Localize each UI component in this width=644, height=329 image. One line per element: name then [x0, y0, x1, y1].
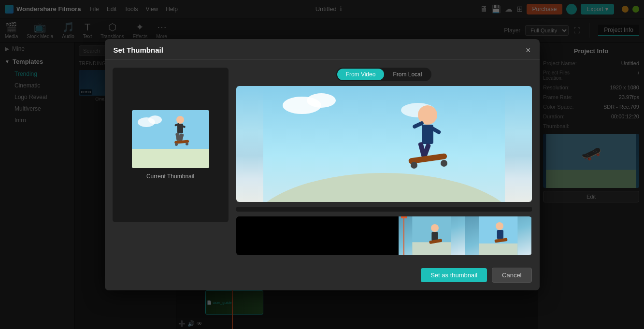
timeline-strip[interactable] — [236, 216, 532, 255]
source-tabs: From Video From Local — [336, 68, 432, 81]
svg-point-6 — [148, 115, 162, 124]
current-thumbnail-label: Current Thumbnail — [146, 173, 194, 180]
current-thumbnail-box: Current Thumbnail — [113, 68, 229, 222]
skater-thumbnail — [132, 110, 209, 168]
dialog-close-button[interactable]: × — [526, 46, 531, 55]
dialog-title: Set Thumbnail — [114, 46, 163, 54]
strip-frames — [399, 216, 531, 255]
current-thumbnail-image — [132, 110, 209, 168]
svg-point-29 — [441, 160, 447, 167]
svg-point-28 — [411, 162, 417, 169]
dialog-header: Set Thumbnail × — [105, 39, 540, 60]
tab-from-local[interactable]: From Local — [384, 69, 430, 80]
cancel-button[interactable]: Cancel — [492, 268, 531, 283]
scrub-bar-area — [236, 207, 532, 212]
skater-scene — [236, 86, 532, 202]
dialog-body: Current Thumbnail From Video From Local — [105, 60, 540, 263]
svg-point-7 — [176, 116, 184, 124]
svg-point-14 — [175, 143, 178, 146]
video-preview — [236, 86, 532, 202]
strip-playhead[interactable] — [403, 216, 404, 255]
svg-point-15 — [186, 143, 188, 145]
set-as-thumbnail-button[interactable]: Set as thumbnail — [421, 268, 487, 282]
svg-rect-31 — [412, 242, 451, 255]
strip-playhead-top — [401, 216, 407, 218]
svg-point-32 — [431, 224, 439, 232]
tab-from-video[interactable]: From Video — [337, 69, 385, 80]
svg-point-37 — [496, 222, 503, 230]
strip-frame-content-1 — [399, 216, 465, 255]
current-thumbnail-panel: Current Thumbnail — [113, 68, 229, 255]
svg-rect-36 — [479, 243, 517, 255]
svg-rect-4 — [132, 149, 209, 168]
dialog-overlay: Set Thumbnail × — [0, 0, 644, 329]
strip-black-section — [236, 216, 399, 255]
video-frame-picker: From Video From Local — [236, 68, 532, 255]
svg-rect-3 — [132, 110, 209, 149]
strip-frame-content-2 — [465, 216, 531, 255]
svg-rect-38 — [497, 230, 503, 239]
strip-frame-2 — [465, 216, 532, 255]
set-thumbnail-dialog: Set Thumbnail × — [105, 39, 540, 290]
dialog-footer: Set as thumbnail Cancel — [105, 263, 540, 290]
svg-point-18 — [307, 93, 336, 108]
strip-frame-1 — [399, 216, 465, 255]
